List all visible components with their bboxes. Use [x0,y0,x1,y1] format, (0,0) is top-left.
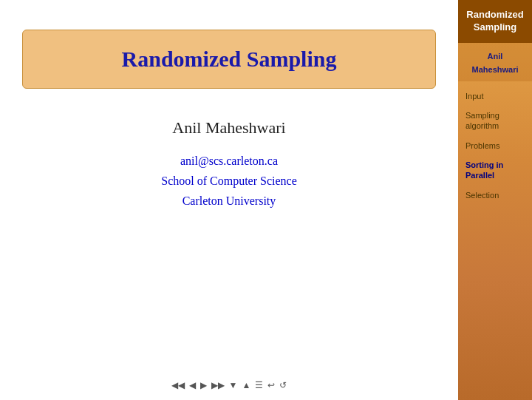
sidebar-item-input[interactable]: Input [458,87,532,105]
school-name: School of Computer Science [161,171,297,191]
nav-end-icon[interactable]: ▶▶ [211,380,225,391]
sidebar-author-section: Anil Maheshwari [458,43,532,81]
nav-up-icon[interactable]: ▲ [242,380,251,391]
university-name: Carleton University [161,191,297,211]
nav-down-icon[interactable]: ▼ [229,380,238,391]
sidebar-item-problems[interactable]: Problems [458,137,532,155]
nav-refresh-icon[interactable]: ↺ [279,380,287,391]
nav-prev-icon[interactable]: ◀ [189,380,196,391]
sidebar-title: RandomizedSampling [466,9,523,34]
bottom-toolbar: ◀◀ ◀ ▶ ▶▶ ▼ ▲ ☰ ↩ ↺ [0,377,458,394]
nav-back-icon[interactable]: ↩ [267,380,275,391]
author-name: Anil Maheshwari [172,118,285,138]
nav-next-icon[interactable]: ▶ [200,380,207,391]
sidebar-navigation: Input Samplingalgorithm Problems Sorting… [458,81,532,210]
sidebar-item-sampling[interactable]: Samplingalgorithm [458,106,532,135]
main-panel: Randomized Sampling Anil Maheshwari anil… [0,0,458,400]
sidebar-item-selection[interactable]: Selection [458,186,532,204]
sidebar-header: RandomizedSampling [458,0,532,43]
email-link[interactable]: anil@scs.carleton.ca [161,151,297,171]
sidebar-item-sorting[interactable]: Sorting in Parallel [458,156,532,185]
title-box: Randomized Sampling [22,30,436,89]
slide-title: Randomized Sampling [45,47,413,72]
contact-info: anil@scs.carleton.ca School of Computer … [161,151,297,211]
nav-list-icon[interactable]: ☰ [255,380,263,391]
sidebar-author-name: Anil Maheshwari [472,52,519,74]
sidebar: RandomizedSampling Anil Maheshwari Input… [458,0,532,400]
nav-start-icon[interactable]: ◀◀ [171,380,185,391]
